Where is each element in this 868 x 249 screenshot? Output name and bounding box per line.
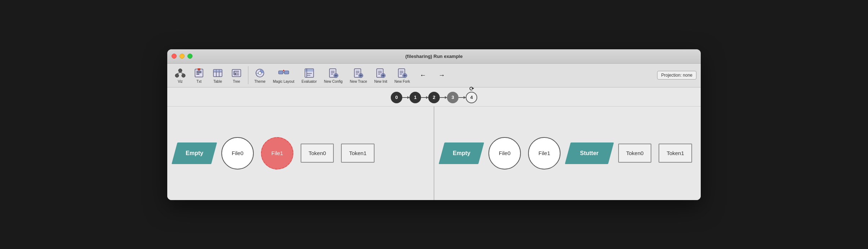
title-bar: (filesharing) Run example (167, 49, 701, 64)
svg-line-3 (177, 72, 180, 74)
forward-icon: → (436, 69, 447, 81)
trace-node-4[interactable]: 4 (466, 92, 477, 103)
tree-button[interactable]: Tree (228, 66, 245, 85)
back-button[interactable]: ← (414, 68, 431, 82)
new-trace-label: New Trace (350, 80, 367, 83)
right-empty-label: Empty (453, 150, 470, 157)
left-token0-shape[interactable]: Token0 (301, 144, 334, 163)
magic-layout-label: Magic Layout (273, 80, 294, 83)
tree-label: Tree (233, 80, 240, 83)
right-file0-circle[interactable]: File0 (488, 137, 521, 169)
traffic-lights (172, 54, 192, 59)
theme-button[interactable]: Theme (251, 66, 269, 85)
svg-marker-27 (283, 69, 284, 71)
projection-badge[interactable]: Projection: none (657, 71, 696, 80)
evaluator-button[interactable]: Evaluator (298, 66, 319, 85)
right-file0-label: File0 (499, 150, 511, 156)
trace-node-0[interactable]: 0 (391, 92, 402, 103)
right-panel: Empty File0 File1 Stutter (434, 107, 701, 200)
table-icon (212, 67, 223, 79)
tree-icon (231, 67, 242, 79)
right-file0-shape[interactable]: File0 (488, 137, 521, 169)
loop-icon: ⟳ (469, 85, 474, 92)
svg-rect-10 (198, 68, 200, 70)
left-empty-shape[interactable]: Empty (174, 142, 214, 164)
right-empty-parallelogram[interactable]: Empty (439, 142, 484, 164)
right-file1-circle[interactable]: File1 (528, 137, 561, 169)
txt-label: Txt (196, 80, 201, 83)
content-area: Empty File0 File1 Token0 (167, 107, 701, 200)
new-config-label: New Config (324, 80, 343, 83)
trace-bar: 0 1 2 3 ⟳ 4 (167, 87, 701, 107)
svg-point-0 (178, 69, 182, 72)
svg-rect-29 (305, 69, 314, 72)
window-title: (filesharing) Run example (406, 54, 463, 59)
theme-label: Theme (254, 80, 265, 83)
svg-line-4 (180, 72, 183, 74)
minimize-button[interactable] (180, 54, 185, 59)
evaluator-label: Evaluator (301, 80, 316, 83)
right-token0-shape[interactable]: Token0 (618, 144, 651, 163)
left-token1-label: Token1 (349, 150, 366, 156)
close-button[interactable] (172, 54, 177, 59)
txt-icon (193, 67, 205, 79)
table-button[interactable]: Table (209, 66, 226, 85)
new-trace-button[interactable]: New Trace (347, 66, 370, 85)
left-file1-circle[interactable]: File1 (261, 137, 293, 169)
viz-label: Viz (178, 80, 183, 83)
svg-rect-24 (279, 71, 283, 74)
new-trace-icon (353, 67, 364, 79)
left-token1-rect[interactable]: Token1 (341, 144, 374, 163)
left-token1-shape[interactable]: Token1 (341, 144, 374, 163)
right-stutter-parallelogram[interactable]: Stutter (565, 142, 614, 164)
magic-layout-button[interactable]: Magic Layout (270, 66, 297, 85)
toolbar: Viz Txt (167, 64, 701, 87)
trace-node-2[interactable]: 2 (428, 92, 440, 103)
new-init-button[interactable]: New Init (371, 66, 390, 85)
viz-icon (174, 67, 186, 79)
left-file0-shape[interactable]: File0 (221, 137, 254, 169)
left-file1-label: File1 (271, 150, 283, 156)
svg-rect-25 (284, 71, 289, 74)
svg-rect-15 (213, 69, 222, 72)
svg-point-23 (258, 72, 261, 74)
new-init-icon (375, 67, 386, 79)
forward-button[interactable]: → (433, 68, 450, 82)
left-empty-parallelogram[interactable]: Empty (172, 142, 217, 164)
right-token0-label: Token0 (626, 150, 643, 156)
trace-arrow-2 (440, 97, 447, 98)
left-empty-label: Empty (186, 150, 203, 157)
right-stutter-shape[interactable]: Stutter (568, 142, 611, 164)
maximize-button[interactable] (187, 54, 192, 59)
left-file1-shape[interactable]: File1 (261, 137, 293, 169)
new-fork-icon (397, 67, 408, 79)
separator-1 (248, 66, 248, 84)
new-fork-button[interactable]: New Fork (391, 66, 413, 85)
viz-button[interactable]: Viz (172, 66, 189, 85)
right-token1-rect[interactable]: Token1 (659, 144, 692, 163)
new-config-icon (328, 67, 339, 79)
right-empty-shape[interactable]: Empty (442, 142, 481, 164)
left-token0-label: Token0 (309, 150, 326, 156)
evaluator-icon (304, 67, 315, 79)
trace-arrow-1 (421, 97, 428, 98)
svg-point-2 (182, 74, 185, 77)
trace-node-3[interactable]: 3 (447, 92, 459, 103)
right-token1-shape[interactable]: Token1 (659, 144, 692, 163)
left-token0-rect[interactable]: Token0 (301, 144, 334, 163)
theme-icon (254, 67, 266, 79)
left-panel: Empty File0 File1 Token0 (167, 107, 434, 200)
magic-layout-icon (278, 67, 289, 79)
right-token1-label: Token1 (666, 150, 684, 156)
left-file0-circle[interactable]: File0 (221, 137, 254, 169)
right-file1-label: File1 (539, 150, 550, 156)
main-window: (filesharing) Run example Viz (167, 49, 701, 200)
new-config-button[interactable]: New Config (321, 66, 346, 85)
right-file1-shape[interactable]: File1 (528, 137, 561, 169)
right-token0-rect[interactable]: Token0 (618, 144, 651, 163)
table-label: Table (213, 80, 222, 83)
txt-button[interactable]: Txt (190, 66, 208, 85)
trace-node-1[interactable]: 1 (409, 92, 421, 103)
new-fork-label: New Fork (394, 80, 410, 83)
right-stutter-label: Stutter (580, 150, 599, 157)
